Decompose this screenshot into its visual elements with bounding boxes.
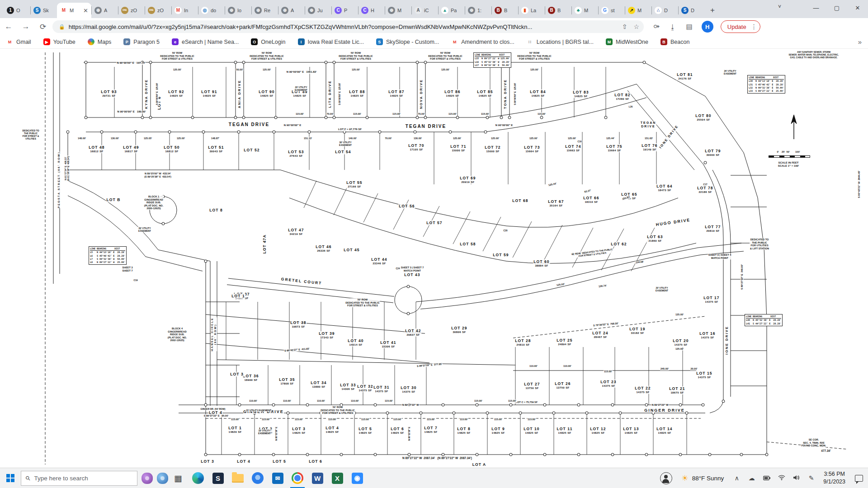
- tab[interactable]: ⊕Ju: [305, 3, 331, 18]
- tab[interactable]: 1O: [4, 3, 30, 18]
- tab-title: zO: [131, 8, 137, 13]
- map-annotation: 110.00': [316, 399, 326, 403]
- map-annotation: S 00°43'31″ W 2644.45': [858, 170, 861, 199]
- update-button[interactable]: Update ⋮: [721, 20, 760, 33]
- lot-label: LOT 3917343 SF: [318, 331, 335, 339]
- tray-chevron-icon[interactable]: ∧: [729, 474, 744, 482]
- tab[interactable]: Gst: [598, 3, 625, 18]
- tab[interactable]: ▲Pa: [438, 3, 465, 18]
- minimize-button[interactable]: —: [806, 5, 826, 11]
- tab[interactable]: ▮La: [518, 3, 545, 18]
- reload-button[interactable]: ⟳: [34, 22, 52, 32]
- tab[interactable]: AiC: [411, 3, 438, 18]
- search-highlight-flower-icon[interactable]: [142, 473, 153, 484]
- map-annotation: 110.00': [350, 399, 359, 403]
- forward-button[interactable]: →: [17, 22, 34, 31]
- tab[interactable]: CP: [331, 3, 358, 18]
- side-panel-icon[interactable]: ▤: [686, 23, 693, 31]
- tab[interactable]: ⊕Re: [251, 3, 278, 18]
- start-button[interactable]: [0, 468, 21, 488]
- map-annotation: 115.00': [384, 399, 393, 403]
- pen-icon[interactable]: ✎: [804, 474, 819, 482]
- bookmark-item[interactable]: SSkySlope - Custom...: [376, 38, 439, 45]
- bookmark-item[interactable]: MAmendment to clos...: [451, 38, 514, 45]
- share-icon[interactable]: ⇧: [622, 23, 627, 30]
- word-icon[interactable]: W: [307, 468, 327, 488]
- street-label: GINGER DRIVE: [644, 408, 685, 413]
- edge-icon[interactable]: [188, 468, 208, 488]
- search-highlight-flower2-icon[interactable]: [157, 473, 168, 484]
- new-tab-button[interactable]: +: [707, 5, 718, 16]
- excel-icon[interactable]: X: [327, 468, 347, 488]
- bookmarks-overflow-icon[interactable]: »: [858, 38, 862, 46]
- wifi-icon[interactable]: [774, 474, 789, 482]
- bookmark-star-icon[interactable]: ☆: [633, 23, 639, 30]
- volume-icon[interactable]: [789, 474, 804, 482]
- plat-map-document[interactable]: LOT 9329731 SFLOT 9214825 SFLOT 9114825 …: [0, 49, 868, 468]
- tab-search-icon[interactable]: ˅: [778, 4, 781, 10]
- tab[interactable]: ⊕A: [91, 3, 118, 18]
- map-annotation: 20' UTILITY EASEMENT: [655, 286, 669, 292]
- tab[interactable]: ⊕Io: [225, 3, 251, 18]
- address-bar[interactable]: 🔒 https://mail.google.com/mail/u/0/?zx=x…: [52, 20, 644, 33]
- tab[interactable]: ONEzO: [118, 3, 145, 18]
- weather-widget[interactable]: ☀ 88°F Sunny: [681, 474, 724, 483]
- bookmark-item[interactable]: OOneLogin: [251, 38, 285, 45]
- file-explorer-icon[interactable]: [228, 468, 248, 488]
- tab[interactable]: ♣M: [571, 3, 598, 18]
- chromium-app-icon[interactable]: [248, 468, 268, 488]
- bookmark-item[interactable]: Maps: [88, 38, 112, 45]
- taskbar-search-input[interactable]: ⚲ Type here to search: [21, 471, 137, 486]
- chrome-icon[interactable]: [288, 468, 307, 488]
- favicon: S: [376, 38, 383, 45]
- tab[interactable]: BB: [545, 3, 571, 18]
- maximize-button[interactable]: ▢: [826, 5, 847, 11]
- map-annotation: 115.00': [527, 418, 536, 421]
- lot-label: LOT 8614825 SF: [444, 89, 461, 98]
- bookmark-item[interactable]: BBeacon: [660, 38, 689, 45]
- url-text[interactable]: https://mail.google.com/mail/u/0/?zx=xg2…: [69, 23, 616, 30]
- bookmark-item[interactable]: MGmail: [6, 38, 31, 45]
- download-icon[interactable]: ⭳: [670, 23, 676, 31]
- tab[interactable]: ∴D: [651, 3, 678, 18]
- dark-app-icon[interactable]: S: [208, 468, 228, 488]
- tab-active[interactable]: MM✕: [57, 3, 91, 18]
- bookmark-item[interactable]: PParagon 5: [123, 38, 160, 45]
- tab[interactable]: SSk: [30, 3, 57, 18]
- tab[interactable]: ⊕A: [278, 3, 305, 18]
- battery-icon[interactable]: [759, 474, 774, 482]
- profile-avatar[interactable]: H: [702, 21, 713, 33]
- tab[interactable]: ONEzO: [145, 3, 171, 18]
- bookmark-item[interactable]: eeSearch | Name Sea...: [172, 38, 239, 45]
- extensions-icon[interactable]: ⚩: [654, 23, 660, 31]
- get-help-icon[interactable]: [656, 468, 676, 488]
- favicon: ⊕: [308, 7, 315, 14]
- bookmark-item[interactable]: ∷Locations | BGRS tal...: [527, 38, 594, 45]
- menu-kebab-icon[interactable]: ⋮: [751, 23, 757, 30]
- onedrive-cloud-icon[interactable]: ☁: [744, 474, 759, 482]
- notification-center-button[interactable]: [850, 468, 868, 488]
- back-button[interactable]: ←: [0, 22, 17, 31]
- north-arrow: [791, 115, 797, 139]
- bookmark-item[interactable]: MMidWestOne: [606, 38, 648, 45]
- map-annotation: 125.05': [143, 137, 152, 140]
- bookmark-item[interactable]: IIowa Real Estate Lic...: [298, 38, 364, 45]
- task-view-button[interactable]: ▦: [168, 468, 188, 488]
- tab[interactable]: ⊕1:: [465, 3, 491, 18]
- teams-icon[interactable]: ◉: [347, 468, 367, 488]
- tab[interactable]: CH: [358, 3, 385, 18]
- bookmark-item[interactable]: ▶YouTube: [43, 38, 75, 45]
- lot-label: LOT 47A: [262, 234, 267, 254]
- tab[interactable]: ↗M: [625, 3, 651, 18]
- close-button[interactable]: ✕: [847, 5, 868, 11]
- tab[interactable]: SD: [678, 3, 705, 18]
- bookmark-label: Gmail: [16, 39, 31, 45]
- outlook-icon[interactable]: ✉: [268, 468, 288, 488]
- tab[interactable]: ◎do: [198, 3, 225, 18]
- tab[interactable]: MIn: [171, 3, 198, 18]
- favicon: ▲: [441, 7, 448, 14]
- tab[interactable]: ⊕M: [385, 3, 411, 18]
- taskbar-clock[interactable]: 3:56 PM 9/1/2023: [823, 470, 845, 486]
- tab-close-icon[interactable]: ✕: [83, 7, 88, 14]
- tab[interactable]: BB: [491, 3, 518, 18]
